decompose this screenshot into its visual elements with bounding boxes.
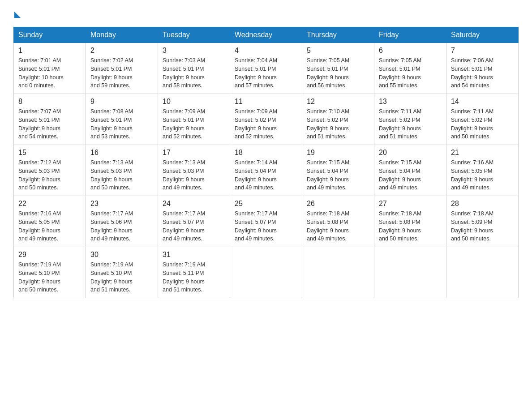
- day-info: Sunrise: 7:15 AMSunset: 5:04 PMDaylight:…: [379, 158, 442, 192]
- calendar-week-row: 29 Sunrise: 7:19 AMSunset: 5:10 PMDaylig…: [14, 247, 519, 298]
- day-info: Sunrise: 7:09 AMSunset: 5:01 PMDaylight:…: [163, 107, 225, 141]
- weekday-header-tuesday: Tuesday: [158, 27, 230, 43]
- calendar-table: SundayMondayTuesdayWednesdayThursdayFrid…: [13, 27, 519, 298]
- calendar-cell: [446, 247, 519, 298]
- day-number: 14: [451, 98, 514, 106]
- calendar-cell: 11 Sunrise: 7:09 AMSunset: 5:02 PMDaylig…: [230, 94, 302, 145]
- weekday-header-sunday: Sunday: [14, 27, 86, 43]
- day-number: 7: [451, 47, 514, 55]
- day-info: Sunrise: 7:05 AMSunset: 5:01 PMDaylight:…: [379, 56, 442, 90]
- day-number: 16: [90, 149, 153, 157]
- day-info: Sunrise: 7:09 AMSunset: 5:02 PMDaylight:…: [235, 107, 297, 141]
- day-number: 11: [235, 98, 297, 106]
- weekday-header-monday: Monday: [86, 27, 158, 43]
- day-number: 12: [307, 98, 369, 106]
- day-number: 19: [307, 149, 369, 157]
- day-info: Sunrise: 7:13 AMSunset: 5:03 PMDaylight:…: [163, 158, 225, 192]
- calendar-cell: 10 Sunrise: 7:09 AMSunset: 5:01 PMDaylig…: [158, 94, 230, 145]
- calendar-cell: 17 Sunrise: 7:13 AMSunset: 5:03 PMDaylig…: [158, 145, 230, 196]
- calendar-cell: 15 Sunrise: 7:12 AMSunset: 5:03 PMDaylig…: [14, 145, 86, 196]
- calendar-cell: 26 Sunrise: 7:18 AMSunset: 5:08 PMDaylig…: [302, 196, 374, 247]
- calendar-cell: 19 Sunrise: 7:15 AMSunset: 5:04 PMDaylig…: [302, 145, 374, 196]
- day-number: 29: [18, 251, 81, 259]
- day-number: 15: [18, 149, 81, 157]
- calendar-cell: 18 Sunrise: 7:14 AMSunset: 5:04 PMDaylig…: [230, 145, 302, 196]
- day-info: Sunrise: 7:17 AMSunset: 5:06 PMDaylight:…: [90, 210, 153, 243]
- calendar-cell: 1 Sunrise: 7:01 AMSunset: 5:01 PMDayligh…: [14, 43, 86, 94]
- calendar-cell: 3 Sunrise: 7:03 AMSunset: 5:01 PMDayligh…: [158, 43, 230, 94]
- day-info: Sunrise: 7:19 AMSunset: 5:11 PMDaylight:…: [163, 261, 225, 294]
- day-number: 10: [163, 98, 225, 106]
- calendar-week-row: 8 Sunrise: 7:07 AMSunset: 5:01 PMDayligh…: [14, 94, 519, 145]
- day-number: 6: [379, 47, 442, 55]
- day-info: Sunrise: 7:02 AMSunset: 5:01 PMDaylight:…: [90, 56, 153, 90]
- day-number: 31: [163, 251, 225, 259]
- calendar-cell: 9 Sunrise: 7:08 AMSunset: 5:01 PMDayligh…: [86, 94, 158, 145]
- day-info: Sunrise: 7:06 AMSunset: 5:01 PMDaylight:…: [451, 56, 514, 90]
- weekday-header-wednesday: Wednesday: [230, 27, 302, 43]
- day-number: 25: [235, 200, 297, 208]
- calendar-cell: 25 Sunrise: 7:17 AMSunset: 5:07 PMDaylig…: [230, 196, 302, 247]
- day-number: 20: [379, 149, 442, 157]
- day-number: 9: [90, 98, 153, 106]
- day-number: 27: [379, 200, 442, 208]
- day-info: Sunrise: 7:14 AMSunset: 5:04 PMDaylight:…: [235, 158, 297, 192]
- calendar-cell: 29 Sunrise: 7:19 AMSunset: 5:10 PMDaylig…: [14, 247, 86, 298]
- day-number: 4: [235, 47, 297, 55]
- day-info: Sunrise: 7:15 AMSunset: 5:04 PMDaylight:…: [307, 158, 369, 192]
- day-number: 2: [90, 47, 153, 55]
- day-info: Sunrise: 7:18 AMSunset: 5:08 PMDaylight:…: [379, 210, 442, 243]
- day-number: 5: [307, 47, 369, 55]
- calendar-cell: [374, 247, 446, 298]
- calendar-cell: [230, 247, 302, 298]
- day-number: 17: [163, 149, 225, 157]
- calendar-cell: 31 Sunrise: 7:19 AMSunset: 5:11 PMDaylig…: [158, 247, 230, 298]
- day-info: Sunrise: 7:10 AMSunset: 5:02 PMDaylight:…: [307, 107, 369, 141]
- day-info: Sunrise: 7:13 AMSunset: 5:03 PMDaylight:…: [90, 158, 153, 192]
- calendar-cell: 21 Sunrise: 7:16 AMSunset: 5:05 PMDaylig…: [446, 145, 519, 196]
- day-info: Sunrise: 7:17 AMSunset: 5:07 PMDaylight:…: [163, 210, 225, 243]
- logo: [13, 9, 21, 18]
- day-info: Sunrise: 7:04 AMSunset: 5:01 PMDaylight:…: [235, 56, 297, 90]
- day-info: Sunrise: 7:07 AMSunset: 5:01 PMDaylight:…: [18, 107, 81, 141]
- page-header: [13, 9, 519, 18]
- day-info: Sunrise: 7:16 AMSunset: 5:05 PMDaylight:…: [451, 158, 514, 192]
- calendar-cell: 2 Sunrise: 7:02 AMSunset: 5:01 PMDayligh…: [86, 43, 158, 94]
- weekday-header-saturday: Saturday: [446, 27, 519, 43]
- day-info: Sunrise: 7:03 AMSunset: 5:01 PMDaylight:…: [163, 56, 225, 90]
- calendar-week-row: 22 Sunrise: 7:16 AMSunset: 5:05 PMDaylig…: [14, 196, 519, 247]
- calendar-cell: 12 Sunrise: 7:10 AMSunset: 5:02 PMDaylig…: [302, 94, 374, 145]
- weekday-header-thursday: Thursday: [302, 27, 374, 43]
- day-info: Sunrise: 7:19 AMSunset: 5:10 PMDaylight:…: [18, 261, 81, 294]
- calendar-cell: [302, 247, 374, 298]
- day-info: Sunrise: 7:17 AMSunset: 5:07 PMDaylight:…: [235, 210, 297, 243]
- day-number: 1: [18, 47, 81, 55]
- calendar-cell: 20 Sunrise: 7:15 AMSunset: 5:04 PMDaylig…: [374, 145, 446, 196]
- day-info: Sunrise: 7:18 AMSunset: 5:09 PMDaylight:…: [451, 210, 514, 243]
- weekday-header-friday: Friday: [374, 27, 446, 43]
- day-number: 30: [90, 251, 153, 259]
- calendar-week-row: 15 Sunrise: 7:12 AMSunset: 5:03 PMDaylig…: [14, 145, 519, 196]
- calendar-cell: 22 Sunrise: 7:16 AMSunset: 5:05 PMDaylig…: [14, 196, 86, 247]
- calendar-cell: 14 Sunrise: 7:11 AMSunset: 5:02 PMDaylig…: [446, 94, 519, 145]
- day-number: 3: [163, 47, 225, 55]
- day-info: Sunrise: 7:12 AMSunset: 5:03 PMDaylight:…: [18, 158, 81, 192]
- day-info: Sunrise: 7:19 AMSunset: 5:10 PMDaylight:…: [90, 261, 153, 294]
- calendar-cell: 23 Sunrise: 7:17 AMSunset: 5:06 PMDaylig…: [86, 196, 158, 247]
- day-info: Sunrise: 7:18 AMSunset: 5:08 PMDaylight:…: [307, 210, 369, 243]
- day-number: 18: [235, 149, 297, 157]
- calendar-cell: 8 Sunrise: 7:07 AMSunset: 5:01 PMDayligh…: [14, 94, 86, 145]
- calendar-cell: 24 Sunrise: 7:17 AMSunset: 5:07 PMDaylig…: [158, 196, 230, 247]
- calendar-cell: 30 Sunrise: 7:19 AMSunset: 5:10 PMDaylig…: [86, 247, 158, 298]
- day-info: Sunrise: 7:01 AMSunset: 5:01 PMDaylight:…: [18, 56, 81, 90]
- day-info: Sunrise: 7:11 AMSunset: 5:02 PMDaylight:…: [451, 107, 514, 141]
- day-number: 13: [379, 98, 442, 106]
- day-info: Sunrise: 7:11 AMSunset: 5:02 PMDaylight:…: [379, 107, 442, 141]
- day-number: 23: [90, 200, 153, 208]
- day-number: 24: [163, 200, 225, 208]
- day-number: 21: [451, 149, 514, 157]
- day-number: 22: [18, 200, 81, 208]
- calendar-header-row: SundayMondayTuesdayWednesdayThursdayFrid…: [14, 27, 519, 43]
- day-number: 8: [18, 98, 81, 106]
- day-info: Sunrise: 7:16 AMSunset: 5:05 PMDaylight:…: [18, 210, 81, 243]
